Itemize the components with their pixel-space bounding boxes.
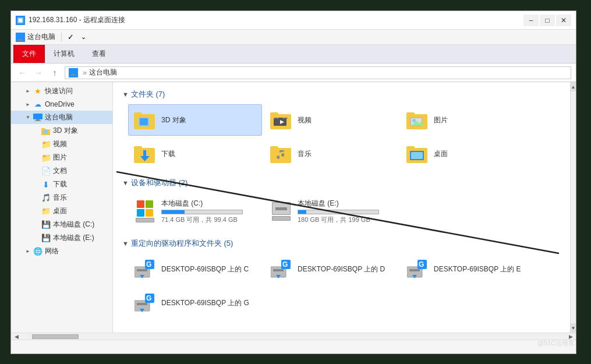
window-controls: – □ ✕ [523, 15, 571, 26]
scroll-right-arrow[interactable]: ▶ [567, 334, 575, 340]
sidebar-item-desktop[interactable]: ► 📁 桌面 [11, 204, 112, 218]
svg-rect-49 [273, 269, 284, 271]
drive-c-details: 71.4 GB 可用，共 99.4 GB [161, 215, 257, 224]
svg-rect-24 [277, 118, 278, 119]
sidebar-item-document[interactable]: ► 📄 文档 [11, 164, 112, 178]
sidebar-item-3d[interactable]: ► 3D 对象 [11, 124, 112, 137]
drives-section-header: ▼ 设备和驱动器 (2) [122, 178, 561, 188]
titlebar: 192.168.31.160 - 远程桌面连接 – □ ✕ [11, 11, 576, 30]
right-scrollbar[interactable]: ▲ ▼ [570, 82, 576, 333]
folders-grid: 3D 对象 [122, 104, 561, 169]
folder-item-3d[interactable]: 3D 对象 [128, 104, 262, 136]
video-folder-icon: 📁 [41, 140, 51, 149]
expand-icon-3d: ► [32, 127, 40, 135]
qa-arrow-btn[interactable]: ⌄ [79, 32, 89, 42]
scroll-down-arrow[interactable]: ▼ [571, 323, 576, 333]
drive-e[interactable]: 本地磁盘 (E:) 180 GB 可用，共 199 GB [264, 193, 398, 230]
svg-rect-10 [36, 119, 40, 121]
sidebar-label-video: 视频 [53, 139, 67, 149]
sidebar-item-picture[interactable]: ► 📁 图片 [11, 151, 112, 164]
addressbar: ← → ↑ » 这台电脑 [11, 63, 576, 82]
svg-rect-34 [134, 146, 142, 151]
drive-c[interactable]: 本地磁盘 (C:) 71.4 GB 可用，共 99.4 GB [128, 193, 262, 230]
sidebar-item-download[interactable]: ► ⬇ 下载 [11, 178, 112, 191]
netdrive-d-label: DESKTOP-69ISBQP 上的 D [298, 264, 385, 274]
star-icon: ★ [33, 87, 43, 96]
main-panel: ▼ 文件夹 (7) 3D 对象 [113, 82, 570, 333]
nav-back-button[interactable]: ← [16, 66, 29, 79]
folder-picture-icon [406, 108, 429, 132]
ribbon-tab-view[interactable]: 查看 [83, 45, 115, 63]
netdrives-grid: G DESKTOP-69ISBQP 上的 C G [122, 253, 561, 319]
sidebar-label-network: 网络 [45, 246, 59, 256]
expand-icon-document: ► [32, 167, 40, 175]
scroll-up-arrow[interactable]: ▲ [571, 82, 576, 91]
expand-icon-music: ► [32, 194, 40, 202]
svg-rect-11 [34, 121, 41, 121]
qa-pc-icon [16, 33, 25, 42]
netdrive-e-label: DESKTOP-69ISBQP 上的 E [434, 264, 521, 274]
network-icon: 🌐 [33, 247, 43, 256]
svg-rect-2 [19, 19, 22, 22]
scroll-left-arrow[interactable]: ◀ [12, 334, 20, 340]
ribbon-tab-file[interactable]: 文件 [13, 45, 45, 63]
folder-item-music[interactable]: 音乐 [264, 138, 398, 169]
netdrive-c[interactable]: G DESKTOP-69ISBQP 上的 C [128, 253, 262, 285]
sidebar-label-this-pc: 这台电脑 [45, 112, 73, 122]
nav-forward-button[interactable]: → [32, 66, 45, 79]
folder-item-desktop[interactable]: 桌面 [401, 138, 535, 169]
sidebar-item-this-pc[interactable]: ▼ 这台电脑 [11, 111, 112, 124]
sidebar-item-disk-e[interactable]: ► 💾 本地磁盘 (E:) [11, 231, 112, 245]
main-window: 192.168.31.160 - 远程桌面连接 – □ ✕ 这台电脑 ✓ ⌄ 文… [10, 10, 576, 354]
netdrive-d[interactable]: G DESKTOP-69ISBQP 上的 D [264, 253, 398, 285]
netdrive-g[interactable]: G DESKTOP-69ISBQP 上的 G [128, 287, 262, 319]
minimize-button[interactable]: – [523, 15, 539, 26]
svg-text:G: G [146, 260, 151, 268]
folder-item-video[interactable]: 视频 [264, 104, 398, 136]
sidebar-label-music: 音乐 [53, 193, 67, 203]
expand-icon-quick-access: ► [24, 87, 32, 96]
svg-rect-3 [17, 34, 24, 39]
folder-item-download[interactable]: 下载 [128, 138, 262, 169]
netdrive-e-icon: G [406, 257, 429, 281]
sidebar-item-onedrive[interactable]: ► ☁ OneDrive [11, 98, 112, 111]
drive-c-name: 本地磁盘 (C:) [161, 199, 257, 208]
sidebar-item-video[interactable]: ► 📁 视频 [11, 137, 112, 151]
pc-icon [33, 113, 43, 122]
expand-icon-video: ► [32, 140, 40, 149]
sidebar-item-music[interactable]: ► 🎵 音乐 [11, 191, 112, 204]
address-pc-icon [69, 68, 78, 77]
drive-e-name: 本地磁盘 (E:) [298, 199, 393, 208]
sidebar-item-network[interactable]: ► 🌐 网络 [11, 245, 112, 258]
sidebar-item-quick-access[interactable]: ► ★ 快速访问 [11, 84, 112, 98]
drives-grid: 本地磁盘 (C:) 71.4 GB 可用，共 99.4 GB [122, 193, 561, 230]
netdrive-g-label: DESKTOP-69ISBQP 上的 G [161, 298, 249, 308]
folder-item-picture[interactable]: 图片 [401, 104, 535, 136]
folder-desktop-icon [406, 142, 429, 165]
sidebar-item-disk-c[interactable]: ► 💾 本地磁盘 (C:) [11, 218, 112, 231]
maximize-button[interactable]: □ [540, 15, 555, 26]
netdrive-e[interactable]: G DESKTOP-69ISBQP 上的 E [401, 253, 535, 285]
folder-label-desktop: 桌面 [434, 149, 448, 159]
svg-rect-7 [71, 74, 75, 75]
titlebar-icon [16, 16, 25, 25]
h-scroll-thumb[interactable] [32, 334, 79, 339]
disk-c-icon: 💾 [41, 220, 51, 229]
ribbon-tab-computer[interactable]: 计算机 [45, 45, 83, 63]
close-button[interactable]: ✕ [556, 15, 571, 26]
netdrive-g-icon: G [133, 291, 157, 314]
nav-up-button[interactable]: ↑ [48, 66, 61, 79]
address-box[interactable]: » 这台电脑 [65, 66, 571, 79]
drive-c-bar [162, 210, 185, 214]
download-icon: ⬇ [41, 180, 51, 189]
cloud-icon: ☁ [33, 100, 43, 109]
expand-icon-network: ► [24, 248, 32, 256]
svg-rect-18 [140, 118, 148, 125]
expand-icon-disk-c: ► [32, 221, 40, 229]
qa-checkmark-btn[interactable]: ✓ [65, 31, 76, 43]
svg-rect-8 [69, 75, 76, 76]
bottom-scrollbar[interactable]: ◀ ▶ [11, 333, 576, 340]
statusbar [11, 340, 576, 354]
drive-c-info: 本地磁盘 (C:) 71.4 GB 可用，共 99.4 GB [161, 199, 257, 224]
sidebar-label-disk-c: 本地磁盘 (C:) [53, 220, 94, 229]
